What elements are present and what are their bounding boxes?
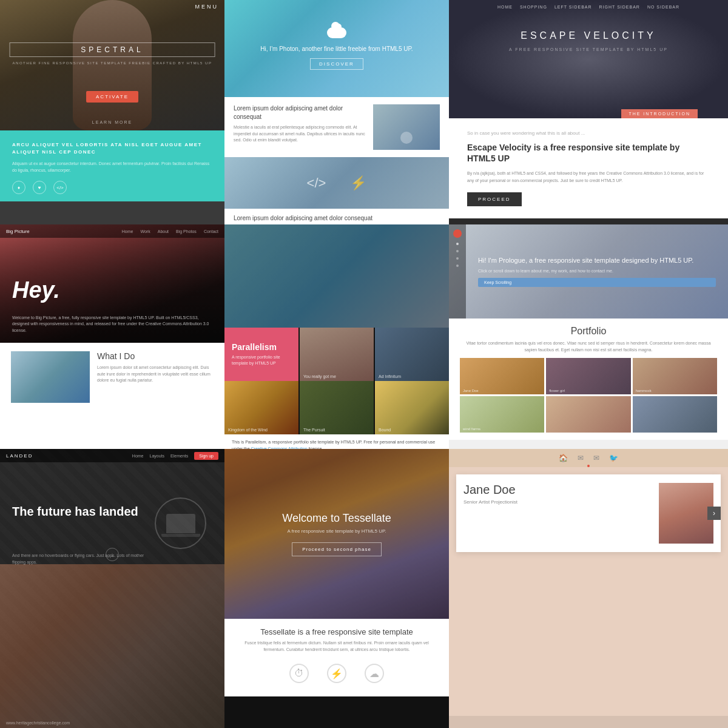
landed-footer-photo: www.heritagechristiancollege.com [0, 564, 224, 728]
prologue-cell: Hi! I'm Prologue, a free responsive site… [449, 224, 728, 449]
photon-hero: Hi, I'm Photon, another fine little free… [224, 0, 449, 97]
laptop-circle [155, 497, 206, 549]
photon-image1 [373, 104, 440, 150]
escape-nav-home[interactable]: HOME [497, 5, 513, 9]
spectral-teal-section: ARCU ALIQUET VEL LOBORTIS ATA NISL EGET … [0, 130, 224, 201]
spectral-activate-btn[interactable]: ACTIVATE [86, 91, 138, 103]
prologue-portfolio-grid: Jane Doe flower girl hammock wind farms [460, 358, 717, 433]
escape-nav: HOME SHOPPING LEFT SIDEBAR RIGHT SIDEBAR… [449, 5, 728, 9]
escape-velocity-cell: HOME SHOPPING LEFT SIDEBAR RIGHT SIDEBAR… [449, 0, 728, 224]
mini-card-title: Senior Artist Projectionist [463, 499, 653, 505]
tessellate-cell: Welcome to Tessellate A free responsive … [224, 449, 449, 728]
escape-nav-no[interactable]: NO SIDEBAR [647, 5, 679, 9]
photon-features: </> ⚡ [224, 157, 449, 209]
big-picture-hey: Hey. [12, 277, 60, 303]
prologue-dot2 [456, 250, 459, 252]
portfolio-item-4[interactable]: wind farms [460, 396, 544, 433]
prologue-hero-text: Hi! I'm Prologue, a free responsive site… [466, 224, 728, 318]
code-icon: </> [307, 175, 326, 191]
para-cell-pursuit: The Pursuit [300, 381, 374, 434]
mini-card-content: Jane Doe Senior Artist Projectionist [463, 483, 653, 544]
laptop-icon [166, 514, 195, 533]
landed-nav-elements[interactable]: Elements [170, 454, 188, 458]
bp-nav-home[interactable]: Home [122, 229, 133, 234]
whatido-para: Lorem ipsum dolor sit amet consectetur a… [97, 365, 214, 384]
escape-intro-tab[interactable]: THE INTRODUCTION [621, 109, 698, 118]
portfolio-item-5[interactable] [546, 396, 630, 433]
spectral-teal-heading: ARCU ALIQUET VEL LOBORTIS ATA NISL EGET … [12, 141, 212, 156]
bp-bar-title: Big Picture [6, 229, 30, 234]
spectral-hero: Menu SPECTRAL ANOTHER FINE RESPONSIVE SI… [0, 0, 224, 130]
mini-arrow-btn[interactable]: › [707, 507, 721, 520]
spectral-cell: Menu SPECTRAL ANOTHER FINE RESPONSIVE SI… [0, 0, 224, 224]
landed-nav-home[interactable]: Home [132, 454, 144, 458]
landed-signup-btn[interactable]: Sign up [194, 452, 218, 460]
portfolio-item-2[interactable]: flower girl [546, 358, 630, 394]
mini-card-photo [659, 483, 713, 544]
prologue-sidebar [449, 224, 466, 318]
para-cell-pink: Parallelism A responsive portfolio site … [224, 328, 298, 381]
landed-url: www.heritagechristiancollege.com [6, 721, 70, 725]
bolt-icon: ⚡ [350, 175, 366, 191]
prologue-btn[interactable]: Keep Scrolling [478, 278, 716, 287]
tess-content-text: Fusce tristique felis at fermentum dictu… [235, 640, 438, 653]
para-cell-bound: Bound [375, 381, 449, 434]
mini-twitter-icon[interactable]: 🐦 [609, 454, 618, 462]
miniport-cell: 🏠 ✉ ✉ 🐦 Jane Doe Senior Artist Projectio… [449, 449, 728, 728]
para-cell-photo2: Ad Infinitum [375, 328, 449, 381]
landed-logo: Landed [6, 453, 33, 459]
photon-heading2: Lorem ipsum dolor adipiscing amet dolor … [234, 215, 440, 221]
bp-nav-work[interactable]: Work [141, 229, 150, 234]
photon-discover-btn[interactable]: DISCOVER [310, 58, 363, 70]
photon-heading1: Lorem ipsum dolor adipiscing amet dolor … [234, 104, 366, 121]
landed-nav-layouts[interactable]: Layouts [150, 454, 165, 458]
big-picture-cell: Big Picture Home Work About Big Photos C… [0, 224, 224, 449]
bp-nav-contact[interactable]: Contact [204, 229, 218, 234]
escape-hero: HOME SHOPPING LEFT SIDEBAR RIGHT SIDEBAR… [449, 0, 728, 118]
spectral-icons-row: ♦ ♥ </> [12, 181, 212, 194]
big-picture-desc: Welcome to Big Picture, a free, fully re… [12, 315, 212, 334]
prologue-heading: Hi! I'm Prologue, a free responsive site… [478, 256, 716, 265]
big-picture-photo: Big Picture Home Work About Big Photos C… [0, 224, 224, 343]
mini-card: Jane Doe Senior Artist Projectionist › [456, 474, 721, 552]
mini-card-name: Jane Doe [463, 483, 653, 497]
whatido-text: What I Do Lorem ipsum dolor sit amet con… [97, 351, 214, 384]
tess-subtitle: A free responsive site template by HTML5… [287, 528, 386, 534]
portfolio-item-6[interactable] [633, 396, 717, 433]
bp-nav-about[interactable]: About [158, 229, 169, 234]
prologue-dot1 [456, 243, 459, 245]
bp-nav-photos[interactable]: Big Photos [176, 229, 197, 234]
escape-nav-left[interactable]: LEFT SIDEBAR [554, 5, 592, 9]
escape-content: So in case you were wondering what this … [449, 118, 728, 218]
escape-paragraph: By n/a (ajlkjsa), both at HTML5 and CSS4… [467, 170, 710, 183]
tess-hero: Welcome to Tessellate A free responsive … [224, 449, 449, 619]
tess-bolt-icon: ⚡ [327, 664, 346, 683]
landed-scroll[interactable]: ↓ [106, 548, 119, 561]
escape-proceed-btn[interactable]: PROCEED [467, 192, 522, 206]
mini-top-bar: 🏠 ✉ ✉ 🐦 [449, 449, 728, 467]
portfolio-item-1[interactable]: Jane Doe [460, 358, 544, 394]
spectral-icon-1: ♦ [12, 181, 25, 194]
spectral-teal-text: Aliquam ut ex at augue consectetur inter… [12, 161, 212, 174]
portfolio-label-3: hammock [636, 389, 652, 393]
escape-nav-shopping[interactable]: SHOPPING [520, 5, 547, 9]
mini-home-icon[interactable]: 🏠 [559, 454, 568, 462]
tess-icons-row: ⏱ ⚡ ☁ [235, 659, 438, 688]
para-subtitle: A responsive portfolio site template by … [232, 354, 291, 366]
para-label1: You really got me [303, 374, 336, 379]
para-row2: Kingdom of the Wind The Pursuit Bound [224, 381, 449, 434]
spectral-learn-more[interactable]: LEARN MORE [92, 120, 132, 124]
tess-cloud-icon: ☁ [365, 664, 384, 683]
tess-content-title: Tessellate is a free responsive site tem… [235, 627, 438, 636]
para-hero [224, 224, 449, 328]
escape-heading: Escape Velocity is a free responsive sit… [467, 142, 710, 164]
landed-bar: Landed Home Layouts Elements Sign up [0, 449, 224, 462]
prologue-avatar [453, 229, 462, 238]
escape-nav-right[interactable]: RIGHT SIDEBAR [599, 5, 640, 9]
portfolio-item-3[interactable]: hammock [633, 358, 717, 394]
tess-btn[interactable]: Proceed to second phase [292, 542, 382, 556]
mini-mail-icon[interactable]: ✉ [578, 454, 584, 462]
para-footer: This is Parallelism, a responsive portfo… [224, 434, 449, 449]
spectral-title: SPECTRAL [10, 42, 215, 57]
mini-mail2-icon[interactable]: ✉ [593, 454, 599, 462]
